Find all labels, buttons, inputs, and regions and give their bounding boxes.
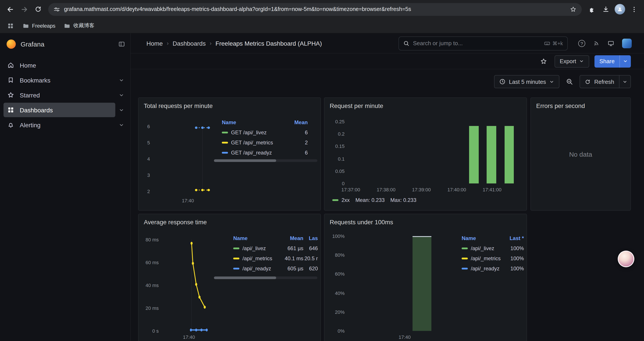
legend-row[interactable]: /api/_metrics40.1 ms20.5 r <box>233 253 318 263</box>
monitor-icon[interactable] <box>608 40 614 47</box>
address-bar[interactable]: grafana.mathmast.com/d/deytv4rwavabkb/fr… <box>48 3 582 16</box>
legend-value: 646 <box>303 245 318 251</box>
apps-grid-icon[interactable] <box>5 21 16 31</box>
collapse-sidebar-icon[interactable] <box>118 41 125 47</box>
legend-series-name[interactable]: /api/_metrics <box>233 255 279 261</box>
legend-series-name[interactable]: /api/_readyz <box>462 265 504 271</box>
bookmarks-bar: Freeleaps收藏博客 <box>0 19 644 33</box>
legend-scrollbar[interactable] <box>214 159 318 162</box>
sidebar-item-main[interactable]: Bookmarks <box>4 73 115 87</box>
extensions-icon[interactable] <box>585 3 598 16</box>
refresh-button[interactable]: Refresh <box>580 75 631 88</box>
chevron-down-icon[interactable] <box>115 107 128 113</box>
legend-column-header[interactable]: Las <box>303 235 318 241</box>
favorite-star-icon[interactable] <box>538 56 549 67</box>
grafana-logo[interactable] <box>6 39 16 49</box>
search-input[interactable] <box>413 40 540 47</box>
refresh-interval-caret[interactable] <box>619 76 630 88</box>
y-tick-label: 0 <box>342 181 344 186</box>
legend-column-header[interactable]: Name <box>233 235 279 241</box>
bar-2xx[interactable] <box>469 126 479 183</box>
bar-under-100ms[interactable] <box>412 236 432 331</box>
panel-title[interactable]: Request per minute <box>330 102 383 109</box>
scrollbar-thumb[interactable] <box>214 276 276 279</box>
search-shortcut: ⌘+k <box>544 40 563 46</box>
breadcrumb-item[interactable]: Home <box>146 40 163 47</box>
legend-column-header[interactable]: Mean <box>279 235 303 241</box>
legend-value: 6 <box>290 129 308 135</box>
user-avatar[interactable] <box>622 38 632 48</box>
floating-assistant-avatar[interactable] <box>618 251 634 267</box>
sidebar-item-alerting[interactable]: Alerting <box>0 118 130 132</box>
legend-series-name[interactable]: 2xx <box>332 197 350 203</box>
sidebar-header: Grafana <box>0 33 130 55</box>
panel-title[interactable]: Total requests per minute <box>144 102 212 109</box>
total-requests-plot[interactable] <box>152 126 222 191</box>
site-info-icon[interactable] <box>54 6 60 13</box>
legend-series-name[interactable]: /api/_metrics <box>462 255 504 261</box>
bookmark-item[interactable]: Freeleaps <box>20 21 58 30</box>
back-icon[interactable] <box>4 3 17 16</box>
legend-scrollbar[interactable] <box>214 276 318 279</box>
legend-column-header[interactable]: Mean <box>290 119 308 126</box>
chevron-down-icon[interactable] <box>115 92 128 98</box>
screen: grafana.mathmast.com/d/deytv4rwavabkb/fr… <box>0 0 644 341</box>
legend-series-name[interactable]: GET /api/_metrics <box>222 139 290 146</box>
panel-title[interactable]: Requests under 100ms <box>330 219 393 226</box>
download-icon[interactable] <box>599 3 612 16</box>
legend-series-name[interactable]: /api/_readyz <box>233 265 279 271</box>
legend-row[interactable]: GET /api/_metrics2 <box>222 137 308 147</box>
response-time-plot[interactable] <box>161 240 227 331</box>
chevron-down-icon[interactable] <box>115 122 128 128</box>
bar-2xx[interactable] <box>504 126 514 183</box>
refresh-button-main[interactable]: Refresh <box>580 76 619 88</box>
bookmark-item[interactable]: 收藏博客 <box>62 21 97 31</box>
sidebar-item-starred[interactable]: Starred <box>0 88 130 102</box>
rss-icon[interactable] <box>593 40 600 47</box>
legend-line: 2xx Mean: 0.233Max: 0.233 <box>332 197 416 203</box>
breadcrumb-item[interactable]: Dashboards <box>172 40 206 47</box>
legend-column-header[interactable]: Last * <box>504 235 524 241</box>
scrollbar-thumb[interactable] <box>214 159 276 162</box>
help-icon[interactable]: ? <box>578 40 585 47</box>
share-button-main[interactable]: Share <box>595 55 620 67</box>
sidebar-item-main[interactable]: Starred <box>4 88 115 102</box>
legend-series-name[interactable]: GET /api/_readyz <box>222 149 290 156</box>
sidebar-item-dashboards[interactable]: Dashboards <box>0 103 130 117</box>
legend-series-name[interactable]: /api/_livez <box>233 245 279 251</box>
x-tick-label: 17:40:00 <box>448 187 466 192</box>
legend-row[interactable]: GET /api/_readyz6 <box>222 147 308 158</box>
legend-row[interactable]: /api/_metrics100% <box>462 253 524 263</box>
bookmark-star-icon[interactable] <box>570 6 576 13</box>
sidebar-item-main[interactable]: Alerting <box>4 118 115 132</box>
share-button[interactable]: Share <box>595 55 631 67</box>
legend-series-name[interactable]: GET /api/_livez <box>222 129 290 135</box>
sidebar-item-main[interactable]: Home <box>4 58 128 72</box>
zoom-out-icon[interactable] <box>564 76 576 87</box>
search-box[interactable]: ⌘+k <box>398 36 568 50</box>
reload-icon[interactable] <box>32 3 45 16</box>
legend-column-header[interactable]: Name <box>222 119 290 126</box>
time-range-picker[interactable]: Last 5 minutes <box>494 75 560 88</box>
sidebar-item-main[interactable]: Dashboards <box>4 103 115 117</box>
legend-row[interactable]: /api/_readyz605 µs620 <box>233 263 318 273</box>
legend-row[interactable]: GET /api/_livez6 <box>222 127 308 137</box>
sidebar-item-home[interactable]: Home <box>0 58 130 72</box>
bar-2xx[interactable] <box>487 126 496 183</box>
browser-menu-icon[interactable] <box>627 3 640 16</box>
sidebar-item-bookmarks[interactable]: Bookmarks <box>0 73 130 87</box>
y-tick-label: 20% <box>335 309 344 315</box>
export-button[interactable]: Export <box>554 55 589 67</box>
series-name-text: /api/_readyz <box>242 265 271 271</box>
request-rate-plot[interactable] <box>347 122 524 183</box>
chevron-down-icon[interactable] <box>115 78 128 83</box>
forward-icon[interactable] <box>18 3 31 16</box>
legend-series-name[interactable]: /api/_livez <box>462 245 504 251</box>
profile-avatar[interactable] <box>613 3 626 16</box>
share-button-caret[interactable] <box>620 55 631 67</box>
legend-row[interactable]: /api/_livez100% <box>462 243 524 253</box>
legend-row[interactable]: /api/_livez661 µs646 <box>233 243 318 253</box>
panel-title[interactable]: Average response time <box>144 219 207 226</box>
legend-column-header[interactable]: Name <box>462 235 504 241</box>
legend-row[interactable]: /api/_readyz100% <box>462 263 524 273</box>
